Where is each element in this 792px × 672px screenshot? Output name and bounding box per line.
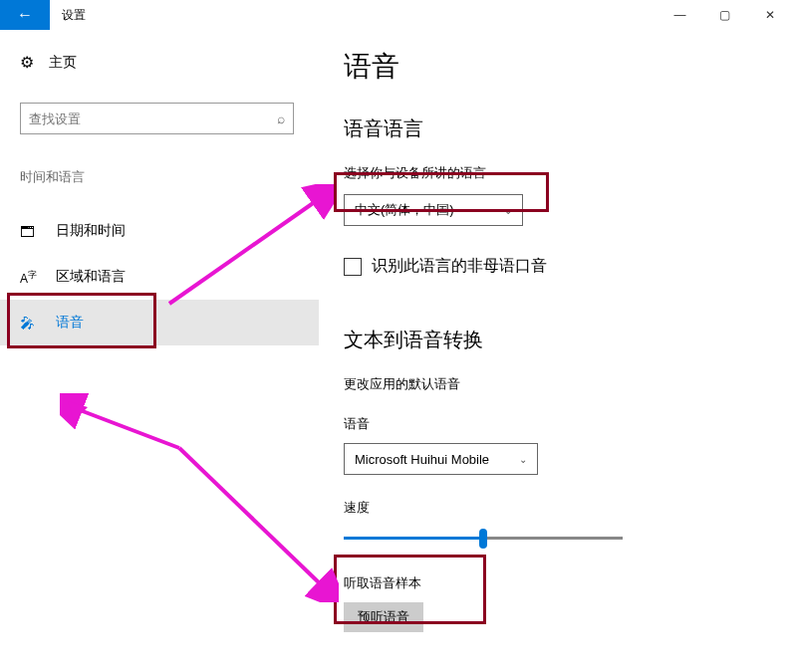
- gear-icon: ⚙: [20, 53, 34, 72]
- close-button[interactable]: ✕: [747, 0, 792, 30]
- svg-marker-6: [68, 401, 88, 421]
- slider-fill: [344, 537, 483, 540]
- speech-language-desc: 选择你与设备所讲的语言: [344, 164, 772, 182]
- window-controls: — ▢ ✕: [658, 0, 792, 30]
- language-icon: A字: [20, 269, 38, 286]
- page-title: 语音: [344, 48, 772, 86]
- speed-slider[interactable]: [344, 527, 623, 551]
- titlebar: ← 设置 — ▢ ✕: [0, 0, 792, 30]
- maximize-icon: ▢: [719, 8, 730, 22]
- arrow-left-icon: ←: [17, 6, 33, 24]
- checkbox-icon[interactable]: [344, 258, 362, 276]
- minimize-button[interactable]: —: [658, 0, 702, 30]
- preview-voice-button[interactable]: 预听语音: [344, 602, 423, 632]
- tts-desc: 更改应用的默认语音: [344, 375, 772, 393]
- sidebar-item-label: 区域和语言: [56, 268, 126, 286]
- svg-line-5: [75, 408, 179, 448]
- chevron-down-icon: ⌄: [504, 205, 512, 216]
- svg-line-4: [179, 448, 324, 587]
- voice-label: 语音: [344, 415, 772, 433]
- nonnative-accent-row[interactable]: 识别此语言的非母语口音: [344, 256, 772, 277]
- microphone-icon: 🎤︎: [20, 315, 38, 332]
- sidebar-item-label: 日期和时间: [56, 222, 126, 240]
- sidebar-item-speech[interactable]: 🎤︎ 语音: [0, 300, 319, 345]
- search-icon: ⌕: [277, 111, 285, 126]
- content: 语音 语音语言 选择你与设备所讲的语言 中文(简体，中国) ⌄ 识别此语言的非母…: [344, 48, 772, 632]
- tts-section: 文本到语音转换: [344, 327, 772, 353]
- speech-language-section: 语音语言: [344, 115, 772, 142]
- sidebar-home[interactable]: ⚙ 主页: [20, 48, 299, 77]
- sidebar: ⚙ 主页 ⌕ 时间和语言 🗔 日期和时间 A字 区域和语言 🎤︎ 语音: [0, 30, 319, 345]
- language-combobox-value: 中文(简体，中国): [355, 201, 454, 219]
- voice-combobox[interactable]: Microsoft Huihui Mobile ⌄: [344, 443, 538, 475]
- minimize-icon: —: [674, 8, 686, 22]
- sidebar-section-label: 时间和语言: [20, 168, 299, 186]
- checkbox-label: 识别此语言的非母语口音: [372, 256, 547, 277]
- language-combobox[interactable]: 中文(简体，中国) ⌄: [344, 194, 523, 226]
- sidebar-item-label: 语音: [56, 314, 84, 332]
- search-box[interactable]: ⌕: [20, 103, 294, 134]
- close-icon: ✕: [765, 8, 775, 22]
- annotation-arrow-icon: [60, 393, 339, 602]
- speed-label: 速度: [344, 499, 772, 517]
- chevron-down-icon: ⌄: [519, 454, 527, 465]
- slider-rest: [483, 537, 623, 540]
- sidebar-item-datetime[interactable]: 🗔 日期和时间: [0, 208, 319, 254]
- sample-label: 听取语音样本: [344, 574, 772, 592]
- sidebar-home-label: 主页: [49, 54, 77, 72]
- sidebar-item-region[interactable]: A字 区域和语言: [0, 254, 319, 300]
- slider-thumb[interactable]: [479, 529, 487, 549]
- maximize-button[interactable]: ▢: [702, 0, 747, 30]
- back-button[interactable]: ←: [0, 0, 50, 30]
- voice-combobox-value: Microsoft Huihui Mobile: [355, 452, 489, 467]
- calendar-icon: 🗔: [20, 223, 38, 240]
- app-title: 设置: [50, 0, 658, 30]
- search-input[interactable]: [29, 112, 277, 126]
